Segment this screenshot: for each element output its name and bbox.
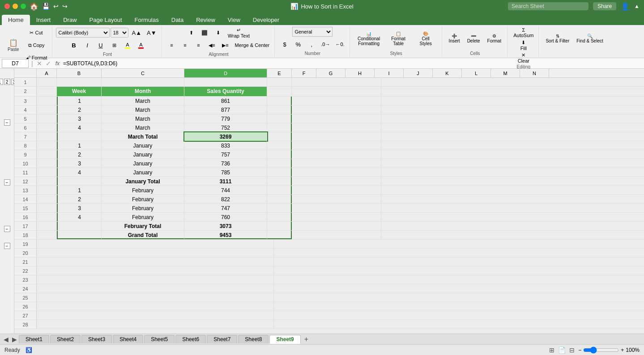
outline-level-1[interactable]: 1 [0,79,3,85]
align-top-button[interactable]: ⬆ [185,27,197,38]
row-num-5[interactable]: 5 [14,114,37,123]
tab-insert[interactable]: Insert [30,15,57,25]
cell-f15[interactable] [292,204,381,212]
cell-28[interactable] [37,320,274,329]
cell-d16[interactable]: 760 [184,213,267,221]
row-num-8[interactable]: 8 [14,141,37,150]
cell-a9[interactable] [37,150,57,159]
cell-c14[interactable]: February [102,195,184,203]
number-format-select[interactable]: General [292,27,333,37]
cell-a7[interactable] [37,132,57,141]
cell-e15[interactable] [267,204,292,212]
tab-page-layout[interactable]: Page Layout [83,15,128,25]
col-header-m[interactable]: M [491,69,520,77]
sheet-nav-next[interactable]: ▶ [10,336,19,343]
cell-a2[interactable] [37,87,57,96]
add-sheet-button[interactable]: + [302,335,311,343]
cell-c11[interactable]: January [102,168,184,177]
cell-26[interactable] [37,302,274,311]
cell-b10[interactable]: 3 [57,159,102,168]
cell-a13[interactable] [37,186,57,194]
cell-b13[interactable]: 1 [57,186,102,194]
row-num-23[interactable]: 23 [14,275,37,284]
cell-d8[interactable]: 833 [184,141,267,150]
row-num-21[interactable]: 21 [14,258,37,266]
cell-styles-button[interactable]: 🎨 Cell Styles [413,27,439,50]
borders-button[interactable]: ⊞ [108,39,120,51]
cell-a4[interactable] [37,106,57,114]
cell-b3[interactable]: 1 [57,97,102,105]
zoom-in-icon[interactable]: + [621,347,624,353]
row-num-10[interactable]: 10 [14,159,37,168]
cell-e9[interactable] [267,150,292,159]
cell-e8[interactable] [267,141,292,150]
currency-button[interactable]: $ [278,38,291,50]
cell-e10[interactable] [267,159,292,168]
undo-icon[interactable]: ↩ [53,3,59,10]
col-header-i[interactable]: I [375,69,404,77]
cell-c3[interactable]: March [102,97,184,105]
cell-f8[interactable] [292,141,381,150]
insert-button[interactable]: ➕ Insert [446,27,463,50]
cell-c13[interactable]: February [102,186,184,194]
cell-a18[interactable] [37,231,57,239]
cell-a14[interactable] [37,195,57,203]
row-num-27[interactable]: 27 [14,311,37,320]
cell-d18-grand-total-val[interactable]: 9453 [184,231,267,239]
decrease-font-button[interactable]: A▼ [145,27,159,38]
maximize-button[interactable] [21,4,26,9]
cell-25[interactable] [37,293,274,302]
col-header-h[interactable]: H [345,69,375,77]
col-header-d[interactable]: D [184,69,267,77]
delete-button[interactable]: ➖ Delete [464,27,483,50]
row-num-1[interactable]: 1 [14,78,37,86]
cell-e18[interactable] [267,231,292,239]
cell-a1[interactable] [37,78,57,86]
cell-e17[interactable] [267,222,292,230]
cell-e12[interactable] [267,177,292,186]
zoom-slider[interactable] [583,347,619,354]
copy-button[interactable]: ⧉ Copy [23,39,50,51]
cell-b7[interactable] [57,132,102,141]
collapse-all-button[interactable]: − [4,243,10,249]
col-header-j[interactable]: J [404,69,433,77]
tab-home[interactable]: Home [2,15,30,25]
row-num-15[interactable]: 15 [14,204,37,212]
cell-d2-sales[interactable]: Sales Quantity [184,87,267,96]
close-button[interactable] [4,4,10,9]
cell-f10[interactable] [292,159,381,168]
formula-input[interactable] [63,59,642,68]
cell-f4[interactable] [292,106,381,114]
cell-d14[interactable]: 822 [184,195,267,203]
cell-c12-jan-total[interactable]: January Total [102,177,184,186]
cell-b12[interactable] [57,177,102,186]
confirm-icon[interactable]: ✓ [46,60,51,67]
comma-button[interactable]: , [305,38,318,50]
redo-icon[interactable]: ↪ [62,3,68,10]
cell-a11[interactable] [37,168,57,177]
cell-a10[interactable] [37,159,57,168]
decimal-increase-button[interactable]: .0→ [319,38,332,50]
cell-c5[interactable]: March [102,114,184,123]
cell-c7-march-total[interactable]: March Total [102,132,184,141]
cell-d1[interactable] [184,78,267,86]
cell-f11[interactable] [292,168,381,177]
col-header-a[interactable]: A [37,69,57,77]
tab-formulas[interactable]: Formulas [128,15,165,25]
cell-d4[interactable]: 877 [184,106,267,114]
align-left-button[interactable]: ≡ [166,39,178,51]
row-num-28[interactable]: 28 [14,320,37,329]
align-middle-button[interactable]: ⬛ [198,27,211,38]
cell-reference-box[interactable] [2,59,29,68]
cell-a3[interactable] [37,97,57,105]
increase-font-button[interactable]: A▲ [129,27,144,38]
col-header-b[interactable]: B [57,69,102,77]
row-num-13[interactable]: 13 [14,186,37,194]
collapse-february-button[interactable]: − [4,226,10,232]
cell-e16[interactable] [267,213,292,221]
cell-21[interactable] [37,258,274,266]
sheet-tab-1[interactable]: Sheet1 [19,335,49,343]
align-center-button[interactable]: ≡ [179,39,192,51]
font-size-select[interactable]: 18 [111,28,128,38]
font-color-button[interactable]: A [135,39,147,51]
